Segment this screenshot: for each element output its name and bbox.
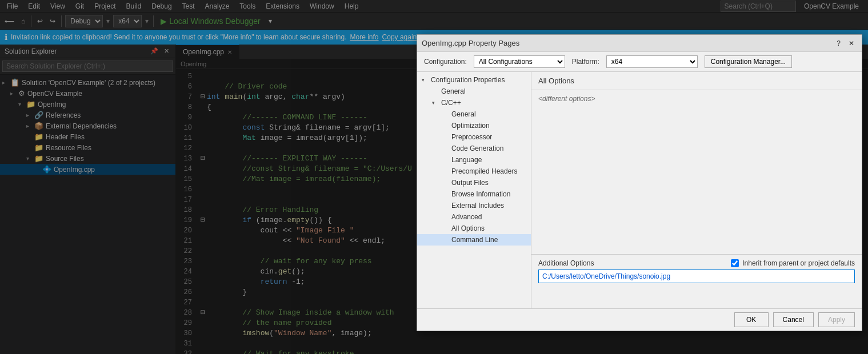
- dialog-title: OpenImg.cpp Property Pages: [422, 39, 519, 47]
- dtree-label-cpp-general: General: [451, 110, 476, 118]
- options-placeholder: <different options>: [531, 90, 862, 107]
- dialog-title-icons: ? ✕: [834, 38, 857, 49]
- dialog-config-row: Configuration: All Configurations Platfo…: [417, 52, 862, 72]
- config-select[interactable]: All Configurations: [474, 55, 565, 68]
- dtree-label-preprocessor: Preprocessor: [451, 133, 492, 141]
- dtree-preprocessor[interactable]: ▸ Preprocessor: [417, 131, 531, 143]
- dtree-label-precompiled: Precompiled Headers: [451, 167, 517, 175]
- apply-button[interactable]: Apply: [818, 312, 855, 327]
- dtree-arrow-config: ▾: [422, 77, 429, 83]
- dialog-content: All Options <different options> Addition…: [531, 72, 862, 308]
- dtree-cpp[interactable]: ▾ C/C++: [417, 97, 531, 108]
- inherit-row: Inherit from parent or project defaults: [731, 259, 855, 267]
- dtree-label-code-gen: Code Generation: [451, 144, 503, 152]
- additional-input-area: C:/Users/letto/OneDrive/Things/sonoio.jp…: [538, 269, 855, 304]
- dtree-arrow-cpp: ▾: [432, 100, 439, 106]
- dtree-precompiled[interactable]: ▸ Precompiled Headers: [417, 166, 531, 177]
- dtree-label-external-includes: External Includes: [451, 202, 504, 210]
- dialog-body: ▾ Configuration Properties ▸ General ▾ C…: [417, 72, 862, 308]
- dialog-overlay: OpenImg.cpp Property Pages ? ✕ Configura…: [0, 0, 868, 354]
- dtree-code-gen[interactable]: ▸ Code Generation: [417, 143, 531, 154]
- ok-button[interactable]: OK: [734, 312, 769, 327]
- dtree-label-language: Language: [451, 156, 482, 164]
- dtree-optimization[interactable]: ▸ Optimization: [417, 120, 531, 131]
- config-manager-btn[interactable]: Configuration Manager...: [705, 55, 792, 68]
- config-label: Configuration:: [424, 58, 467, 66]
- dtree-output-files[interactable]: ▸ Output Files: [417, 177, 531, 188]
- additional-options-label: Additional Options: [538, 259, 594, 267]
- platform-select[interactable]: x64: [606, 55, 698, 68]
- dtree-label-advanced: Advanced: [451, 213, 482, 221]
- dtree-label-config-props: Configuration Properties: [431, 76, 505, 84]
- dtree-label-browse-info: Browse Information: [451, 190, 510, 198]
- additional-options-row: Additional Options Inherit from parent o…: [538, 259, 855, 267]
- dtree-label-cpp: C/C++: [441, 99, 461, 107]
- dialog-help-btn[interactable]: ?: [834, 38, 843, 49]
- dtree-all-options[interactable]: ▸ All Options: [417, 223, 531, 234]
- additional-options-section: Additional Options Inherit from parent o…: [531, 254, 862, 308]
- platform-label: Platform:: [572, 58, 599, 66]
- dtree-cpp-general[interactable]: ▸ General: [417, 108, 531, 120]
- dtree-language[interactable]: ▸ Language: [417, 154, 531, 166]
- dtree-general[interactable]: ▸ General: [417, 86, 531, 97]
- dialog-footer: OK Cancel Apply: [417, 308, 862, 331]
- property-pages-dialog: OpenImg.cpp Property Pages ? ✕ Configura…: [417, 34, 862, 331]
- dialog-property-tree: ▾ Configuration Properties ▸ General ▾ C…: [417, 72, 531, 308]
- dtree-label-general: General: [441, 87, 466, 95]
- dialog-close-btn[interactable]: ✕: [846, 38, 857, 49]
- dialog-titlebar: OpenImg.cpp Property Pages ? ✕: [417, 35, 862, 52]
- dtree-command-line[interactable]: ▸ Command Line: [417, 234, 531, 246]
- dtree-external-includes[interactable]: ▸ External Includes: [417, 200, 531, 211]
- dtree-browse-info[interactable]: ▸ Browse Information: [417, 188, 531, 200]
- dtree-label-output-files: Output Files: [451, 179, 489, 187]
- dtree-label-command-line: Command Line: [451, 236, 498, 244]
- content-header: All Options: [531, 72, 862, 90]
- dtree-label-all-options: All Options: [451, 224, 485, 232]
- cancel-button[interactable]: Cancel: [773, 312, 814, 327]
- dtree-label-optimization: Optimization: [451, 122, 490, 130]
- inherit-label: Inherit from parent or project defaults: [742, 259, 855, 267]
- inherit-checkbox[interactable]: [731, 259, 739, 267]
- additional-input-box[interactable]: C:/Users/letto/OneDrive/Things/sonoio.jp…: [538, 269, 855, 283]
- dtree-advanced[interactable]: ▸ Advanced: [417, 211, 531, 223]
- dtree-config-props[interactable]: ▾ Configuration Properties: [417, 74, 531, 86]
- options-area: <different options>: [531, 90, 862, 254]
